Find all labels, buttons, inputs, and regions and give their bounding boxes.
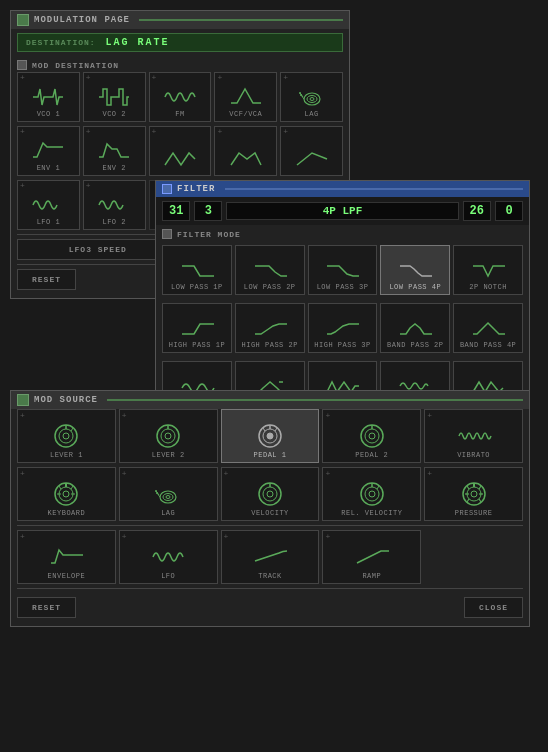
mod-dest-vco1[interactable]: + VCO 1 <box>17 72 80 122</box>
source-divider <box>17 525 523 526</box>
lag-label: LAG <box>305 110 319 118</box>
source-close-btn[interactable]: CLOSE <box>464 597 523 618</box>
source-track[interactable]: + TRACK <box>221 530 320 584</box>
svg-point-8 <box>59 429 73 443</box>
svg-point-52 <box>471 491 477 497</box>
mod-dest-tri1[interactable]: + <box>149 126 212 176</box>
filter-params: 31 3 4P LPF 26 0 <box>156 197 529 225</box>
vco2-label: VCO 2 <box>102 110 126 118</box>
mod-dest-vco2[interactable]: + VCO 2 <box>83 72 146 122</box>
filter-notch2p[interactable]: 2P NOTCH <box>453 245 523 295</box>
mod-dest-fm[interactable]: + FM <box>149 72 212 122</box>
source-vibrato[interactable]: + VIBRATO <box>424 409 523 463</box>
filter-header: FILTER <box>156 181 529 197</box>
mod-reset-btn[interactable]: RESET <box>17 269 76 290</box>
svg-point-36 <box>166 496 170 499</box>
svg-line-49 <box>377 486 379 489</box>
filter-lp1[interactable]: LOW PASS 1P <box>162 245 232 295</box>
mod-dest-slope[interactable]: + <box>280 126 343 176</box>
hp2-label: HIGH PASS 2P <box>241 341 297 349</box>
source-lever1[interactable]: + LEVER 1 <box>17 409 116 463</box>
filter-hp3[interactable]: HIGH PASS 3P <box>308 303 378 353</box>
source-divider2 <box>17 588 523 589</box>
svg-point-40 <box>155 490 157 492</box>
mod-source-row1: + LEVER 1 + <box>11 409 529 463</box>
lever1-label: LEVER 1 <box>50 451 83 459</box>
source-pedal2[interactable]: + PEDAL 2 <box>322 409 421 463</box>
destination-bar: DESTINATION: LAG RATE <box>17 33 343 52</box>
filter-param-3[interactable]: 26 <box>463 201 491 221</box>
svg-point-18 <box>267 433 273 439</box>
source-envelope[interactable]: + ENVELOPE <box>17 530 116 584</box>
env1-label: ENV 1 <box>37 164 61 172</box>
lp2-label: LOW PASS 2P <box>244 283 296 291</box>
filter-hp2[interactable]: HIGH PASS 2P <box>235 303 305 353</box>
svg-line-55 <box>467 486 469 489</box>
filter-header-dot <box>162 184 172 194</box>
source-rel-vel[interactable]: + REL. VELOCITY <box>322 467 421 521</box>
svg-point-43 <box>267 491 273 497</box>
svg-point-24 <box>369 433 375 439</box>
filter-param-2[interactable]: 3 <box>194 201 222 221</box>
mod-source-row2: + KEYBOARD + <box>11 467 529 521</box>
svg-point-0 <box>304 93 320 105</box>
lfo1-label: LFO 1 <box>37 218 61 226</box>
svg-line-54 <box>479 486 481 489</box>
source-pedal1[interactable]: PEDAL 1 <box>221 409 320 463</box>
bp4-label: BAND PASS 4P <box>460 341 516 349</box>
filter-param-4[interactable]: 0 <box>495 201 523 221</box>
svg-point-35 <box>163 494 173 501</box>
svg-point-2 <box>310 98 314 101</box>
svg-line-31 <box>59 486 61 489</box>
source-reset-btn[interactable]: RESET <box>17 597 76 618</box>
source-lag[interactable]: + LAG <box>119 467 218 521</box>
mod-source-row3: + ENVELOPE + LFO + TR <box>11 530 529 584</box>
pedal1-label: PEDAL 1 <box>254 451 287 459</box>
vibrato-label: VIBRATO <box>457 451 490 459</box>
source-pressure[interactable]: + PRESSURE <box>424 467 523 521</box>
hp1-label: HIGH PASS 1P <box>169 341 225 349</box>
filter-bp4[interactable]: BAND PASS 4P <box>453 303 523 353</box>
bp2-label: BAND PASS 2P <box>387 341 443 349</box>
mod-dest-lag[interactable]: + LAG <box>280 72 343 122</box>
mod-source-title: MOD SOURCE <box>34 395 98 405</box>
filter-mode-row1: LOW PASS 1P LOW PASS 2P LOW PASS 3P <box>156 241 529 299</box>
mod-dest-vcf[interactable]: + VCF/VCA <box>214 72 277 122</box>
filter-mode-row2: HIGH PASS 1P HIGH PASS 2P HIGH PASS 3P <box>156 299 529 357</box>
filter-mode-display[interactable]: 4P LPF <box>226 202 458 220</box>
mod-dest-row2: + ENV 1 + ENV 2 + <box>11 126 349 176</box>
notch2p-label: 2P NOTCH <box>469 283 507 291</box>
lfo-src-label: LFO <box>161 572 175 580</box>
source-keyboard[interactable]: + KEYBOARD <box>17 467 116 521</box>
mod-dest-env1[interactable]: + ENV 1 <box>17 126 80 176</box>
mod-dest-lfo1[interactable]: + LFO 1 <box>17 180 80 230</box>
pressure-label: PRESSURE <box>455 509 493 517</box>
svg-point-39 <box>156 492 158 494</box>
filter-lp3[interactable]: LOW PASS 3P <box>308 245 378 295</box>
filter-hp1[interactable]: HIGH PASS 1P <box>162 303 232 353</box>
filter-param-1[interactable]: 31 <box>162 201 190 221</box>
velocity-label: VELOCITY <box>251 509 289 517</box>
mod-dest-env2[interactable]: + ENV 2 <box>83 126 146 176</box>
filter-mode-title: FILTER MODE <box>156 225 529 241</box>
source-lfo[interactable]: + LFO <box>119 530 218 584</box>
mod-destination-title: MOD DESTINATION <box>11 56 349 72</box>
filter-lp2[interactable]: LOW PASS 2P <box>235 245 305 295</box>
lfo2-label: LFO 2 <box>102 218 126 226</box>
mod-dest-mtn1[interactable]: + <box>214 126 277 176</box>
svg-point-6 <box>299 92 301 94</box>
mod-source-panel: MOD SOURCE + LEVER 1 + <box>10 390 530 627</box>
source-lever2[interactable]: + LEVER 2 <box>119 409 218 463</box>
envelope-label: ENVELOPE <box>48 572 86 580</box>
mod-dest-lfo2[interactable]: + LFO 2 <box>83 180 146 230</box>
source-velocity[interactable]: + VELOCITY <box>221 467 320 521</box>
lever2-label: LEVER 2 <box>152 451 185 459</box>
fm-label: FM <box>175 110 184 118</box>
svg-point-13 <box>161 429 175 443</box>
filter-bp2[interactable]: BAND PASS 2P <box>380 303 450 353</box>
filter-lp4[interactable]: LOW PASS 4P <box>380 245 450 295</box>
ramp-label: RAMP <box>362 572 381 580</box>
env2-label: ENV 2 <box>102 164 126 172</box>
source-ramp[interactable]: + RAMP <box>322 530 421 584</box>
svg-point-46 <box>365 487 379 501</box>
